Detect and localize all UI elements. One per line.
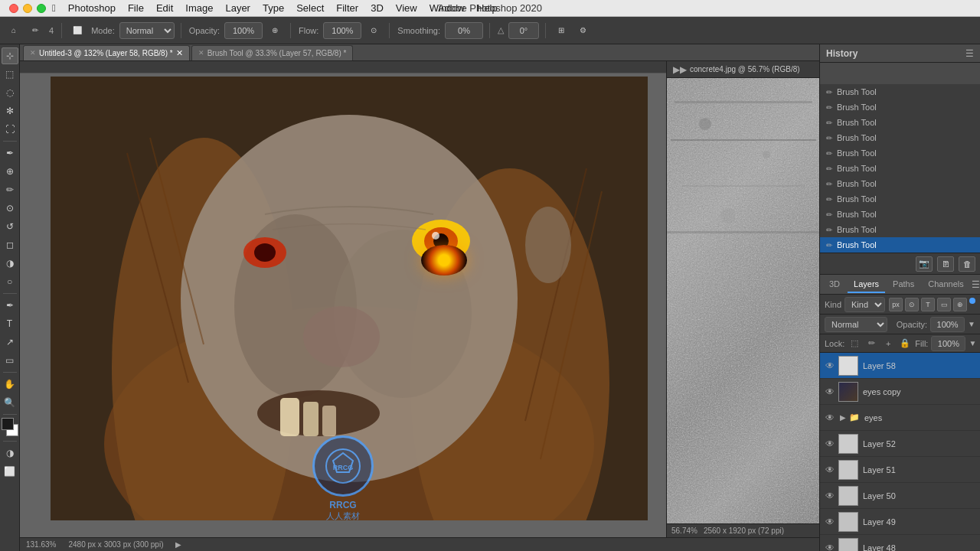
history-item-4[interactable]: ✏ Brush Tool xyxy=(820,145,980,161)
gradient-tool[interactable]: ◑ xyxy=(2,255,18,272)
symmetry-btn[interactable]: ⊞ xyxy=(552,21,570,40)
tab-channels[interactable]: Channels xyxy=(922,276,969,293)
menu-select[interactable]: Select xyxy=(290,2,330,14)
move-tool[interactable]: ⊹ xyxy=(2,47,18,64)
layer-48-visibility[interactable]: 👁 xyxy=(825,543,835,552)
quick-select-tool[interactable]: ✻ xyxy=(2,103,18,119)
pen-tool[interactable]: ✒ xyxy=(2,297,18,314)
layer-item-58[interactable]: 👁 Layer 58 xyxy=(820,353,980,379)
menu-view[interactable]: View xyxy=(390,2,423,14)
history-item-5[interactable]: ✏ Brush Tool xyxy=(820,161,980,176)
layers-panel-options[interactable]: ☰ xyxy=(972,279,980,290)
menu-file[interactable]: File xyxy=(122,2,150,14)
dodge-tool[interactable]: ○ xyxy=(2,273,18,290)
brush-tool[interactable]: ✏ xyxy=(2,181,18,198)
marquee-tool[interactable]: ⬚ xyxy=(2,66,18,83)
doc-tab-2[interactable]: ✕ Brush Tool @ 33.3% (Layer 57, RGB/8) * xyxy=(191,45,354,60)
flow-icon[interactable]: ⊙ xyxy=(364,21,383,40)
maximize-button[interactable] xyxy=(37,4,46,13)
mode-select[interactable]: Normal Dissolve Multiply xyxy=(119,22,175,39)
doc-tab-1[interactable]: ✕ Untitled-3 @ 132% (Layer 58, RGB/8) * … xyxy=(23,45,190,60)
tab-layers[interactable]: Layers xyxy=(848,276,885,293)
brush-preset-btn[interactable]: ⬜ xyxy=(68,21,87,40)
airbrush-btn[interactable]: ⊕ xyxy=(266,21,284,40)
flow-input[interactable] xyxy=(323,22,361,39)
history-item-6[interactable]: ✏ Brush Tool xyxy=(820,176,980,191)
shape-tool[interactable]: ▭ xyxy=(2,352,18,369)
close-button[interactable] xyxy=(9,4,18,13)
filter-kind-select[interactable]: Kind xyxy=(844,297,885,312)
lock-position-btn[interactable]: ✏ xyxy=(864,337,878,350)
layer-eyes-expand[interactable]: ▶ xyxy=(840,413,846,422)
history-item-9[interactable]: ✏ Brush Tool xyxy=(820,222,980,237)
hand-tool[interactable]: ✋ xyxy=(2,376,18,393)
status-arrow[interactable]: ▶ xyxy=(175,540,181,549)
layer-item-eyes-copy[interactable]: 👁 eyes copy xyxy=(820,379,980,405)
clone-tool[interactable]: ⊙ xyxy=(2,200,18,217)
color-picker[interactable] xyxy=(2,418,18,438)
doc-tab-1-close[interactable]: ✕ xyxy=(30,49,36,57)
quick-mask-btn[interactable]: ◑ xyxy=(2,445,18,461)
history-item-3[interactable]: ✏ Brush Tool xyxy=(820,130,980,145)
history-item-1[interactable]: ✏ Brush Tool xyxy=(820,99,980,115)
filter-smart-btn[interactable]: ⊕ xyxy=(953,298,967,311)
filter-shape-btn[interactable]: ▭ xyxy=(937,298,951,311)
history-panel-header[interactable]: History ☰ xyxy=(820,44,980,63)
menu-apple[interactable]:  xyxy=(46,2,62,14)
menu-image[interactable]: Image xyxy=(179,2,219,14)
secondary-canvas[interactable] xyxy=(667,78,819,523)
crop-tool[interactable]: ⛶ xyxy=(2,121,18,138)
fill-down-arrow[interactable]: ▼ xyxy=(969,339,976,347)
menu-type[interactable]: Type xyxy=(256,2,290,14)
home-button[interactable]: ⌂ xyxy=(5,21,23,40)
history-item-0[interactable]: ✏ Brush Tool xyxy=(820,84,980,99)
history-brush-tool[interactable]: ↺ xyxy=(2,218,18,235)
layer-item-49[interactable]: 👁 Layer 49 xyxy=(820,509,980,535)
history-item-8[interactable]: ✏ Brush Tool xyxy=(820,207,980,222)
opacity-down-arrow[interactable]: ▼ xyxy=(968,320,975,328)
opacity-input[interactable] xyxy=(224,22,263,39)
tab-3d[interactable]: 3D xyxy=(823,276,846,293)
fill-input[interactable] xyxy=(931,336,965,351)
canvas-area[interactable]: RRCG RRCG 人人素材 xyxy=(20,61,666,537)
layer-50-visibility[interactable]: 👁 xyxy=(825,491,835,501)
layer-eyes-copy-visibility[interactable]: 👁 xyxy=(825,386,835,397)
spot-heal-tool[interactable]: ⊕ xyxy=(2,163,18,180)
layer-item-52[interactable]: 👁 Layer 52 xyxy=(820,431,980,457)
eraser-tool[interactable]: ◻ xyxy=(2,236,18,253)
menu-filter[interactable]: Filter xyxy=(330,2,364,14)
traffic-lights[interactable] xyxy=(9,4,46,13)
menu-photoshop[interactable]: Photoshop xyxy=(62,2,122,14)
doc-tab-2-close[interactable]: ✕ xyxy=(198,49,204,57)
extra-btn[interactable]: ⚙ xyxy=(573,21,592,40)
history-new-snapshot-btn[interactable]: 📷 xyxy=(916,256,933,272)
history-item-7[interactable]: ✏ Brush Tool xyxy=(820,191,980,207)
path-select-tool[interactable]: ↗ xyxy=(2,334,18,350)
eyedropper-tool[interactable]: ✒ xyxy=(2,145,18,161)
type-tool[interactable]: T xyxy=(2,315,18,332)
secondary-doc-expand[interactable]: ▶▶ xyxy=(673,64,687,75)
layer-item-51[interactable]: 👁 Layer 51 xyxy=(820,457,980,483)
history-item-10[interactable]: ✏ Brush Tool xyxy=(820,237,980,253)
layer-49-visibility[interactable]: 👁 xyxy=(825,517,835,527)
opacity-input[interactable] xyxy=(930,317,965,332)
layer-51-visibility[interactable]: 👁 xyxy=(825,465,835,475)
history-delete-btn[interactable]: 🗑 xyxy=(959,256,975,272)
filter-type-btn[interactable]: T xyxy=(921,298,935,311)
screen-mode-btn[interactable]: ⬜ xyxy=(2,463,18,480)
brush-tool-btn[interactable]: ✏ xyxy=(26,21,44,40)
layer-item-50[interactable]: 👁 Layer 50 xyxy=(820,483,980,509)
blend-mode-select[interactable]: Normal Dissolve Multiply Screen xyxy=(825,317,887,332)
lasso-tool[interactable]: ◌ xyxy=(2,84,18,101)
lock-all-btn[interactable]: 🔒 xyxy=(898,337,912,350)
zoom-tool[interactable]: 🔍 xyxy=(2,394,18,411)
history-item-2[interactable]: ✏ Brush Tool xyxy=(820,115,980,130)
menu-3d[interactable]: 3D xyxy=(364,2,390,14)
secondary-doc-tab[interactable]: ▶▶ concrete4.jpg @ 56.7% (RGB/8) xyxy=(667,61,819,78)
history-panel-options[interactable]: ☰ xyxy=(965,48,974,59)
minimize-button[interactable] xyxy=(23,4,32,13)
layer-item-48[interactable]: 👁 Layer 48 xyxy=(820,535,980,551)
layer-eyes-visibility[interactable]: 👁 xyxy=(825,412,835,423)
menu-edit[interactable]: Edit xyxy=(150,2,179,14)
layer-52-visibility[interactable]: 👁 xyxy=(825,439,835,449)
